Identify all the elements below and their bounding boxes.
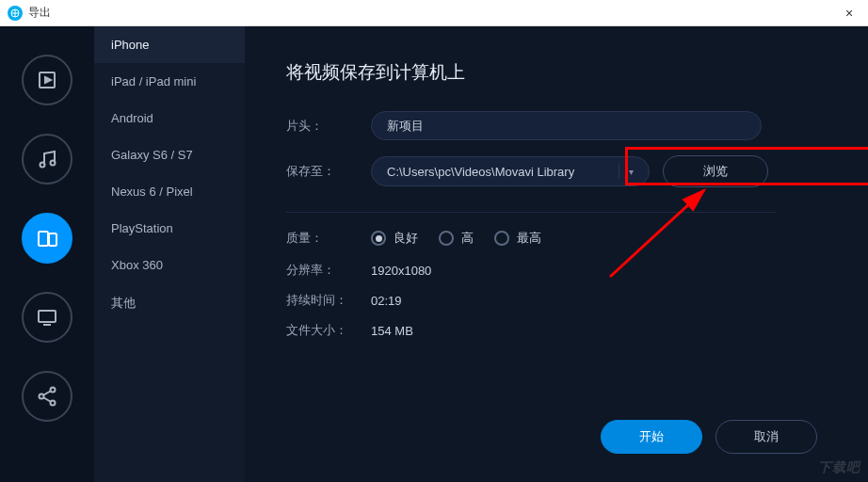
device-item-ipad[interactable]: iPad / iPad mini [94,63,245,100]
device-item-nexus[interactable]: Nexus 6 / Pixel [94,173,245,210]
device-list: iPhone iPad / iPad mini Android Galaxy S… [94,26,245,482]
watermark: 下载吧 [818,459,860,476]
filesize-row: 文件大小： 154 MB [286,322,827,339]
device-item-galaxy[interactable]: Galaxy S6 / S7 [94,137,245,173]
app-icon [8,6,23,21]
divider-line [286,212,776,213]
device-item-other[interactable]: 其他 [94,283,245,323]
svg-line-15 [44,398,51,402]
svg-line-14 [44,392,51,395]
quality-row: 质量： 良好 高 最高 [286,230,827,247]
svg-rect-9 [39,311,56,322]
monitor-tab[interactable] [22,292,72,343]
svg-point-5 [40,163,45,168]
duration-label: 持续时间： [286,292,371,309]
device-tab[interactable] [22,213,72,264]
radio-icon [494,231,509,246]
title-label: 片头： [286,118,371,135]
titlebar: 导出 × [0,0,868,26]
share-tab[interactable] [22,371,72,422]
sidebar-icons [0,26,94,482]
quality-radio-high[interactable]: 高 [439,230,474,247]
footer: 开始 取消 [286,420,827,463]
divider [619,164,619,179]
title-row: 片头： [286,111,827,140]
video-tab[interactable] [22,55,72,105]
radio-icon [439,231,454,246]
window-title: 导出 [28,5,838,21]
save-path-select[interactable]: C:\Users\pc\Videos\Movavi Library ▾ [371,156,650,186]
title-input[interactable] [371,111,762,140]
device-item-playstation[interactable]: PlayStation [94,210,245,247]
resolution-label: 分辨率： [286,262,371,279]
quality-option-label: 高 [461,230,474,247]
page-title: 将视频保存到计算机上 [286,60,827,85]
svg-point-13 [51,401,56,406]
music-tab[interactable] [22,134,72,185]
device-item-iphone[interactable]: iPhone [94,26,245,63]
close-button[interactable]: × [838,2,860,24]
quality-option-label: 良好 [394,230,418,247]
quality-radio-best[interactable]: 最高 [494,230,541,247]
svg-marker-4 [45,77,51,83]
quality-option-label: 最高 [517,230,541,247]
svg-rect-7 [39,232,48,246]
cancel-button[interactable]: 取消 [715,420,817,454]
resolution-value: 1920x1080 [371,264,431,278]
save-path-value: C:\Users\pc\Videos\Movavi Library [387,165,574,179]
save-to-label: 保存至： [286,163,371,180]
browse-button[interactable]: 浏览 [663,155,768,187]
chevron-down-icon: ▾ [629,167,634,177]
save-path-row: 保存至： C:\Users\pc\Videos\Movavi Library ▾… [286,155,827,187]
quality-label: 质量： [286,230,371,247]
svg-point-11 [51,388,56,393]
start-button[interactable]: 开始 [601,420,702,454]
content-panel: 将视频保存到计算机上 片头： 保存至： C:\Users\pc\Videos\M… [245,26,868,482]
svg-point-12 [40,394,44,399]
resolution-row: 分辨率： 1920x1080 [286,262,827,279]
svg-rect-8 [49,233,56,246]
quality-radio-good[interactable]: 良好 [371,230,418,247]
duration-row: 持续时间： 02:19 [286,292,827,309]
filesize-value: 154 MB [371,324,413,338]
duration-value: 02:19 [371,294,402,308]
device-item-android[interactable]: Android [94,100,245,137]
svg-point-6 [51,161,56,166]
radio-icon [371,231,386,246]
device-item-xbox[interactable]: Xbox 360 [94,247,245,283]
filesize-label: 文件大小： [286,322,371,339]
